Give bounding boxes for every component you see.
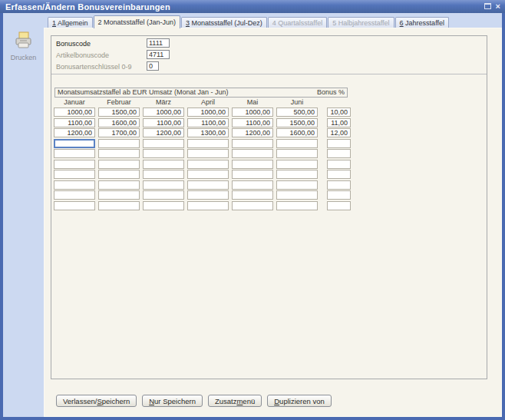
month-cell[interactable] xyxy=(187,128,229,137)
month-cell[interactable] xyxy=(187,139,229,148)
month-cell[interactable] xyxy=(187,180,229,190)
bonus-cell[interactable] xyxy=(327,180,351,190)
month-cell[interactable] xyxy=(54,201,95,210)
month-cell[interactable] xyxy=(98,128,140,137)
bonuscode-label: Bonuscode xyxy=(56,39,91,48)
month-cell[interactable] xyxy=(187,170,229,179)
month-cell[interactable] xyxy=(143,190,184,200)
column-header-juni: Juni xyxy=(276,98,318,106)
month-cell[interactable] xyxy=(187,107,229,117)
month-cell[interactable] xyxy=(276,107,318,117)
bonus-cell[interactable] xyxy=(327,170,351,179)
month-cell[interactable] xyxy=(98,201,140,210)
bonus-cell[interactable] xyxy=(327,118,351,127)
column-header-maerz: März xyxy=(143,98,184,106)
month-cell[interactable] xyxy=(54,170,95,179)
window-controls: × xyxy=(484,2,500,10)
month-cell[interactable] xyxy=(187,190,229,200)
month-cell[interactable] xyxy=(232,107,273,117)
close-icon[interactable]: × xyxy=(496,2,500,10)
tab-allgemein[interactable]: 1 Allgemein xyxy=(48,17,93,28)
month-cell[interactable] xyxy=(232,139,273,148)
bonus-cell[interactable] xyxy=(327,107,351,117)
month-cell[interactable] xyxy=(232,160,273,169)
month-cell[interactable] xyxy=(276,149,318,158)
month-cell[interactable] xyxy=(98,180,140,190)
month-cell[interactable] xyxy=(143,139,184,148)
tab-monatsstaffel-jul-dez[interactable]: 3 Monatsstaffel (Jul-Dez) xyxy=(181,17,267,28)
month-cell[interactable] xyxy=(54,180,95,190)
bonus-cell[interactable] xyxy=(327,190,351,200)
titlebar[interactable]: Erfassen/Ändern Bonusvereinbarungen × xyxy=(0,0,505,13)
verlassen-speichern-button[interactable]: Verlassen/Speichern xyxy=(56,395,137,407)
month-cell[interactable] xyxy=(276,139,318,148)
month-cell[interactable] xyxy=(143,180,184,190)
month-cell[interactable] xyxy=(54,128,95,137)
month-cell[interactable] xyxy=(232,190,273,200)
month-cell[interactable] xyxy=(276,201,318,210)
month-cell[interactable] xyxy=(187,149,229,158)
month-cell[interactable] xyxy=(187,160,229,169)
month-cell[interactable] xyxy=(276,180,318,190)
banner-title: Monatsumsatzstaffel ab EUR Umsatz (Monat… xyxy=(58,88,228,97)
month-cell[interactable] xyxy=(98,190,140,200)
month-cell[interactable] xyxy=(98,170,140,179)
month-cell[interactable] xyxy=(143,128,184,137)
section-divider xyxy=(51,74,487,74)
printer-icon xyxy=(13,31,35,49)
bonus-cell[interactable] xyxy=(327,160,351,169)
month-cell[interactable] xyxy=(54,149,95,158)
month-cell[interactable] xyxy=(276,128,318,137)
month-cell[interactable] xyxy=(98,107,140,117)
month-cell[interactable] xyxy=(187,118,229,127)
artikelbonuscode-input[interactable] xyxy=(147,50,170,59)
month-cell[interactable] xyxy=(143,118,184,127)
bonus-cell[interactable] xyxy=(327,139,351,148)
month-cell[interactable] xyxy=(54,139,95,148)
month-cell[interactable] xyxy=(54,160,95,169)
month-cell[interactable] xyxy=(98,149,140,158)
app-window: Erfassen/Ändern Bonusvereinbarungen × Dr… xyxy=(0,0,505,420)
month-cell[interactable] xyxy=(232,170,273,179)
zusatzmenu-button[interactable]: Zusatzmenü xyxy=(208,395,262,407)
column-header-februar: Februar xyxy=(98,98,140,106)
month-cell[interactable] xyxy=(143,201,184,210)
month-cell[interactable] xyxy=(232,149,273,158)
artikelbonuscode-label: Artikelbonuscode xyxy=(56,51,109,60)
month-cell[interactable] xyxy=(232,201,273,210)
month-cell[interactable] xyxy=(98,118,140,127)
month-cell[interactable] xyxy=(232,180,273,190)
print-button[interactable]: Drucken xyxy=(3,31,44,61)
bonus-cell[interactable] xyxy=(327,201,351,210)
month-cell[interactable] xyxy=(187,201,229,210)
month-cell[interactable] xyxy=(232,118,273,127)
client-area: Drucken 1 Allgemein 2 Monatsstaffel (Jan… xyxy=(3,13,502,417)
bonus-cell[interactable] xyxy=(327,128,351,137)
tab-monatsstaffel-jan-jun[interactable]: 2 Monatsstaffel (Jan-Jun) xyxy=(94,15,180,28)
duplizieren-von-button[interactable]: Duplizieren von xyxy=(267,395,332,407)
bonus-cell[interactable] xyxy=(327,149,351,158)
month-cell[interactable] xyxy=(143,149,184,158)
bonuscode-input[interactable] xyxy=(147,38,170,48)
month-cell[interactable] xyxy=(143,170,184,179)
month-cell[interactable] xyxy=(276,190,318,200)
tab-label-post: Allgemein xyxy=(56,19,88,27)
month-cell[interactable] xyxy=(143,107,184,117)
toolbar-sidebar: Drucken xyxy=(3,13,44,417)
tab-jahresstaffel[interactable]: 6 Jahresstaffel xyxy=(395,17,449,28)
button-bar: Verlassen/Speichern Nur Speichern Zusatz… xyxy=(56,395,332,407)
restore-icon[interactable] xyxy=(484,3,491,9)
month-cell[interactable] xyxy=(232,128,273,137)
month-cell[interactable] xyxy=(54,107,95,117)
month-cell[interactable] xyxy=(54,118,95,127)
month-cell[interactable] xyxy=(143,160,184,169)
month-cell[interactable] xyxy=(54,190,95,200)
month-cell[interactable] xyxy=(276,170,318,179)
column-header-april: April xyxy=(187,98,229,106)
nur-speichern-button[interactable]: Nur Speichern xyxy=(142,395,203,407)
month-cell[interactable] xyxy=(276,160,318,169)
month-cell[interactable] xyxy=(276,118,318,127)
month-cell[interactable] xyxy=(98,139,140,148)
month-cell[interactable] xyxy=(98,160,140,169)
bonusartenschluessel-input[interactable] xyxy=(147,61,159,71)
